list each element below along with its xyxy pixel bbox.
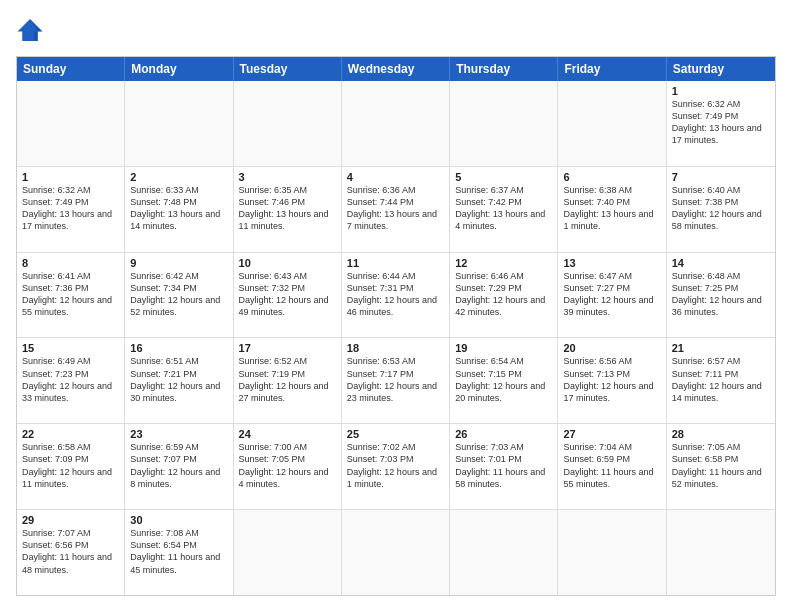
day-number: 18 xyxy=(347,342,444,354)
header-cell-sunday: Sunday xyxy=(17,57,125,81)
empty-cell xyxy=(342,510,450,595)
cell-info: Sunrise: 6:53 AMSunset: 7:17 PMDaylight:… xyxy=(347,355,444,404)
empty-cell xyxy=(450,81,558,166)
logo-icon xyxy=(16,16,44,44)
header xyxy=(16,16,776,44)
empty-cell xyxy=(125,81,233,166)
calendar-row-4: 22Sunrise: 6:58 AMSunset: 7:09 PMDayligh… xyxy=(17,423,775,509)
cell-info: Sunrise: 6:33 AMSunset: 7:48 PMDaylight:… xyxy=(130,184,227,233)
day-cell-8: 8Sunrise: 6:41 AMSunset: 7:36 PMDaylight… xyxy=(17,253,125,338)
day-number: 22 xyxy=(22,428,119,440)
day-cell-5: 5Sunrise: 6:37 AMSunset: 7:42 PMDaylight… xyxy=(450,167,558,252)
calendar-row-3: 15Sunrise: 6:49 AMSunset: 7:23 PMDayligh… xyxy=(17,337,775,423)
day-number: 16 xyxy=(130,342,227,354)
day-cell-10: 10Sunrise: 6:43 AMSunset: 7:32 PMDayligh… xyxy=(234,253,342,338)
empty-cell xyxy=(17,81,125,166)
day-number: 26 xyxy=(455,428,552,440)
day-number: 6 xyxy=(563,171,660,183)
day-cell-27: 27Sunrise: 7:04 AMSunset: 6:59 PMDayligh… xyxy=(558,424,666,509)
day-number: 21 xyxy=(672,342,770,354)
day-cell-3: 3Sunrise: 6:35 AMSunset: 7:46 PMDaylight… xyxy=(234,167,342,252)
day-cell-23: 23Sunrise: 6:59 AMSunset: 7:07 PMDayligh… xyxy=(125,424,233,509)
empty-cell xyxy=(667,510,775,595)
header-cell-wednesday: Wednesday xyxy=(342,57,450,81)
day-cell-21: 21Sunrise: 6:57 AMSunset: 7:11 PMDayligh… xyxy=(667,338,775,423)
cell-info: Sunrise: 6:58 AMSunset: 7:09 PMDaylight:… xyxy=(22,441,119,490)
day-number: 3 xyxy=(239,171,336,183)
day-number: 14 xyxy=(672,257,770,269)
day-number: 8 xyxy=(22,257,119,269)
cell-info: Sunrise: 7:07 AMSunset: 6:56 PMDaylight:… xyxy=(22,527,119,576)
empty-cell xyxy=(342,81,450,166)
header-cell-saturday: Saturday xyxy=(667,57,775,81)
cell-info: Sunrise: 7:08 AMSunset: 6:54 PMDaylight:… xyxy=(130,527,227,576)
day-number: 28 xyxy=(672,428,770,440)
day-number: 29 xyxy=(22,514,119,526)
day-number: 5 xyxy=(455,171,552,183)
day-cell-4: 4Sunrise: 6:36 AMSunset: 7:44 PMDaylight… xyxy=(342,167,450,252)
empty-cell xyxy=(558,510,666,595)
cell-info: Sunrise: 7:04 AMSunset: 6:59 PMDaylight:… xyxy=(563,441,660,490)
header-cell-tuesday: Tuesday xyxy=(234,57,342,81)
cell-info: Sunrise: 6:54 AMSunset: 7:15 PMDaylight:… xyxy=(455,355,552,404)
day-number: 19 xyxy=(455,342,552,354)
cell-info: Sunrise: 6:57 AMSunset: 7:11 PMDaylight:… xyxy=(672,355,770,404)
calendar-header-row: SundayMondayTuesdayWednesdayThursdayFrid… xyxy=(17,57,775,81)
day-cell-12: 12Sunrise: 6:46 AMSunset: 7:29 PMDayligh… xyxy=(450,253,558,338)
page: SundayMondayTuesdayWednesdayThursdayFrid… xyxy=(0,0,792,612)
header-cell-monday: Monday xyxy=(125,57,233,81)
cell-info: Sunrise: 7:03 AMSunset: 7:01 PMDaylight:… xyxy=(455,441,552,490)
cell-info: Sunrise: 6:41 AMSunset: 7:36 PMDaylight:… xyxy=(22,270,119,319)
header-cell-thursday: Thursday xyxy=(450,57,558,81)
day-cell-1: 1Sunrise: 6:32 AMSunset: 7:49 PMDaylight… xyxy=(667,81,775,166)
cell-info: Sunrise: 6:35 AMSunset: 7:46 PMDaylight:… xyxy=(239,184,336,233)
day-cell-25: 25Sunrise: 7:02 AMSunset: 7:03 PMDayligh… xyxy=(342,424,450,509)
day-cell-24: 24Sunrise: 7:00 AMSunset: 7:05 PMDayligh… xyxy=(234,424,342,509)
day-cell-15: 15Sunrise: 6:49 AMSunset: 7:23 PMDayligh… xyxy=(17,338,125,423)
day-cell-1: 1Sunrise: 6:32 AMSunset: 7:49 PMDaylight… xyxy=(17,167,125,252)
day-number: 1 xyxy=(22,171,119,183)
day-cell-17: 17Sunrise: 6:52 AMSunset: 7:19 PMDayligh… xyxy=(234,338,342,423)
day-cell-14: 14Sunrise: 6:48 AMSunset: 7:25 PMDayligh… xyxy=(667,253,775,338)
calendar: SundayMondayTuesdayWednesdayThursdayFrid… xyxy=(16,56,776,596)
cell-info: Sunrise: 7:00 AMSunset: 7:05 PMDaylight:… xyxy=(239,441,336,490)
day-cell-9: 9Sunrise: 6:42 AMSunset: 7:34 PMDaylight… xyxy=(125,253,233,338)
empty-cell xyxy=(234,81,342,166)
day-cell-19: 19Sunrise: 6:54 AMSunset: 7:15 PMDayligh… xyxy=(450,338,558,423)
day-number: 15 xyxy=(22,342,119,354)
day-cell-22: 22Sunrise: 6:58 AMSunset: 7:09 PMDayligh… xyxy=(17,424,125,509)
day-cell-26: 26Sunrise: 7:03 AMSunset: 7:01 PMDayligh… xyxy=(450,424,558,509)
empty-cell xyxy=(558,81,666,166)
day-cell-16: 16Sunrise: 6:51 AMSunset: 7:21 PMDayligh… xyxy=(125,338,233,423)
day-cell-2: 2Sunrise: 6:33 AMSunset: 7:48 PMDaylight… xyxy=(125,167,233,252)
day-number: 13 xyxy=(563,257,660,269)
day-cell-7: 7Sunrise: 6:40 AMSunset: 7:38 PMDaylight… xyxy=(667,167,775,252)
day-cell-28: 28Sunrise: 7:05 AMSunset: 6:58 PMDayligh… xyxy=(667,424,775,509)
cell-info: Sunrise: 6:52 AMSunset: 7:19 PMDaylight:… xyxy=(239,355,336,404)
day-number: 27 xyxy=(563,428,660,440)
day-cell-6: 6Sunrise: 6:38 AMSunset: 7:40 PMDaylight… xyxy=(558,167,666,252)
day-number: 23 xyxy=(130,428,227,440)
day-number: 25 xyxy=(347,428,444,440)
day-number: 7 xyxy=(672,171,770,183)
cell-info: Sunrise: 6:47 AMSunset: 7:27 PMDaylight:… xyxy=(563,270,660,319)
day-number: 10 xyxy=(239,257,336,269)
cell-info: Sunrise: 6:37 AMSunset: 7:42 PMDaylight:… xyxy=(455,184,552,233)
day-number: 24 xyxy=(239,428,336,440)
cell-info: Sunrise: 6:32 AMSunset: 7:49 PMDaylight:… xyxy=(672,98,770,147)
day-cell-11: 11Sunrise: 6:44 AMSunset: 7:31 PMDayligh… xyxy=(342,253,450,338)
calendar-row-2: 8Sunrise: 6:41 AMSunset: 7:36 PMDaylight… xyxy=(17,252,775,338)
day-cell-30: 30Sunrise: 7:08 AMSunset: 6:54 PMDayligh… xyxy=(125,510,233,595)
cell-info: Sunrise: 6:59 AMSunset: 7:07 PMDaylight:… xyxy=(130,441,227,490)
day-number: 30 xyxy=(130,514,227,526)
cell-info: Sunrise: 6:51 AMSunset: 7:21 PMDaylight:… xyxy=(130,355,227,404)
day-cell-13: 13Sunrise: 6:47 AMSunset: 7:27 PMDayligh… xyxy=(558,253,666,338)
cell-info: Sunrise: 6:56 AMSunset: 7:13 PMDaylight:… xyxy=(563,355,660,404)
empty-cell xyxy=(450,510,558,595)
cell-info: Sunrise: 6:42 AMSunset: 7:34 PMDaylight:… xyxy=(130,270,227,319)
day-number: 20 xyxy=(563,342,660,354)
day-number: 12 xyxy=(455,257,552,269)
calendar-row-1: 1Sunrise: 6:32 AMSunset: 7:49 PMDaylight… xyxy=(17,166,775,252)
day-number: 11 xyxy=(347,257,444,269)
logo xyxy=(16,16,48,44)
